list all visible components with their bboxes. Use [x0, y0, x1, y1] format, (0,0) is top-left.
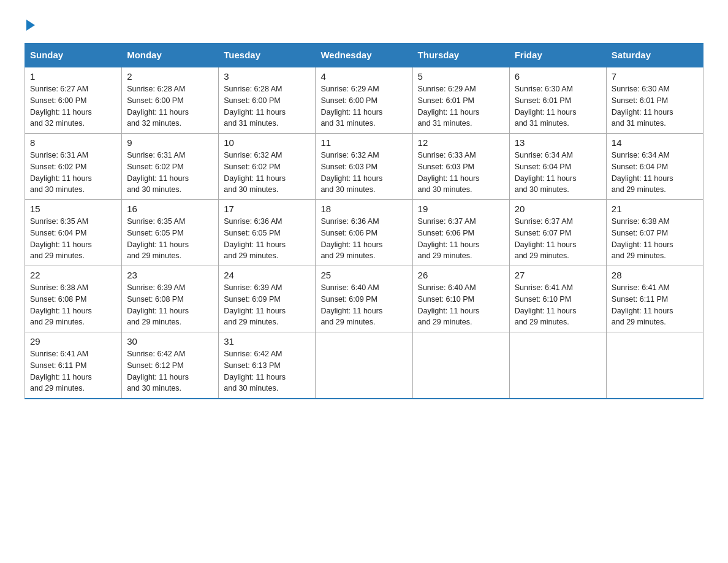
day-info: Sunrise: 6:41 AMSunset: 6:11 PMDaylight:… [612, 283, 673, 326]
day-info: Sunrise: 6:28 AMSunset: 6:00 PMDaylight:… [224, 85, 286, 128]
day-number: 16 [127, 204, 213, 214]
calendar-cell: 31Sunrise: 6:42 AMSunset: 6:13 PMDayligh… [219, 332, 316, 399]
day-number: 22 [30, 270, 116, 280]
day-number: 1 [30, 71, 116, 82]
day-number: 24 [224, 270, 310, 280]
calendar-cell [316, 332, 412, 399]
page-header [25, 18, 703, 31]
day-number: 5 [418, 71, 504, 82]
calendar-cell: 10Sunrise: 6:32 AMSunset: 6:02 PMDayligh… [219, 134, 316, 200]
day-info: Sunrise: 6:41 AMSunset: 6:10 PMDaylight:… [515, 283, 577, 326]
calendar-cell: 5Sunrise: 6:29 AMSunset: 6:01 PMDaylight… [412, 67, 509, 134]
day-info: Sunrise: 6:39 AMSunset: 6:09 PMDaylight:… [224, 283, 286, 326]
day-number: 10 [224, 137, 310, 148]
calendar-cell: 9Sunrise: 6:31 AMSunset: 6:02 PMDaylight… [122, 134, 219, 200]
calendar-cell [606, 332, 703, 399]
day-info: Sunrise: 6:32 AMSunset: 6:02 PMDaylight:… [224, 151, 286, 194]
day-info: Sunrise: 6:36 AMSunset: 6:06 PMDaylight:… [320, 217, 382, 260]
day-number: 20 [515, 204, 601, 214]
calendar-week-row: 29Sunrise: 6:41 AMSunset: 6:11 PMDayligh… [25, 332, 703, 399]
day-number: 25 [320, 270, 407, 280]
calendar-cell: 6Sunrise: 6:30 AMSunset: 6:01 PMDaylight… [509, 67, 606, 134]
day-info: Sunrise: 6:35 AMSunset: 6:04 PMDaylight:… [30, 217, 92, 260]
column-header-friday: Friday [509, 44, 606, 67]
calendar-cell: 12Sunrise: 6:33 AMSunset: 6:03 PMDayligh… [412, 134, 509, 200]
calendar-cell: 23Sunrise: 6:39 AMSunset: 6:08 PMDayligh… [122, 266, 219, 332]
day-number: 15 [30, 204, 116, 214]
day-info: Sunrise: 6:33 AMSunset: 6:03 PMDaylight:… [418, 151, 480, 194]
day-info: Sunrise: 6:38 AMSunset: 6:07 PMDaylight:… [612, 217, 673, 260]
day-info: Sunrise: 6:35 AMSunset: 6:05 PMDaylight:… [127, 217, 189, 260]
day-info: Sunrise: 6:32 AMSunset: 6:03 PMDaylight:… [320, 151, 382, 194]
calendar-cell: 13Sunrise: 6:34 AMSunset: 6:04 PMDayligh… [509, 134, 606, 200]
day-number: 4 [320, 71, 407, 82]
day-number: 2 [127, 71, 213, 82]
logo [25, 18, 35, 31]
calendar-cell: 15Sunrise: 6:35 AMSunset: 6:04 PMDayligh… [25, 200, 122, 266]
calendar-cell: 25Sunrise: 6:40 AMSunset: 6:09 PMDayligh… [316, 266, 412, 332]
day-number: 7 [612, 71, 698, 82]
day-number: 26 [418, 270, 504, 280]
calendar-cell: 20Sunrise: 6:37 AMSunset: 6:07 PMDayligh… [509, 200, 606, 266]
calendar-cell: 29Sunrise: 6:41 AMSunset: 6:11 PMDayligh… [25, 332, 122, 399]
calendar-week-row: 15Sunrise: 6:35 AMSunset: 6:04 PMDayligh… [25, 200, 703, 266]
day-number: 6 [515, 71, 601, 82]
day-number: 14 [612, 137, 698, 148]
day-number: 12 [418, 137, 504, 148]
day-info: Sunrise: 6:34 AMSunset: 6:04 PMDaylight:… [612, 151, 673, 194]
column-header-wednesday: Wednesday [316, 44, 412, 67]
day-number: 31 [224, 336, 310, 347]
day-info: Sunrise: 6:28 AMSunset: 6:00 PMDaylight:… [127, 85, 189, 128]
day-info: Sunrise: 6:37 AMSunset: 6:06 PMDaylight:… [418, 217, 480, 260]
calendar-cell: 7Sunrise: 6:30 AMSunset: 6:01 PMDaylight… [606, 67, 703, 134]
calendar-cell: 19Sunrise: 6:37 AMSunset: 6:06 PMDayligh… [412, 200, 509, 266]
calendar-cell: 26Sunrise: 6:40 AMSunset: 6:10 PMDayligh… [412, 266, 509, 332]
day-number: 18 [320, 204, 407, 214]
day-info: Sunrise: 6:40 AMSunset: 6:10 PMDaylight:… [418, 283, 480, 326]
calendar-week-row: 22Sunrise: 6:38 AMSunset: 6:08 PMDayligh… [25, 266, 703, 332]
day-number: 30 [127, 336, 213, 347]
day-info: Sunrise: 6:38 AMSunset: 6:08 PMDaylight:… [30, 283, 92, 326]
day-number: 28 [612, 270, 698, 280]
calendar-cell [509, 332, 606, 399]
day-number: 8 [30, 137, 116, 148]
day-info: Sunrise: 6:41 AMSunset: 6:11 PMDaylight:… [30, 350, 92, 393]
day-number: 9 [127, 137, 213, 148]
day-number: 23 [127, 270, 213, 280]
day-info: Sunrise: 6:39 AMSunset: 6:08 PMDaylight:… [127, 283, 189, 326]
column-header-saturday: Saturday [606, 44, 703, 67]
day-info: Sunrise: 6:27 AMSunset: 6:00 PMDaylight:… [30, 85, 92, 128]
day-info: Sunrise: 6:34 AMSunset: 6:04 PMDaylight:… [515, 151, 577, 194]
calendar-table: SundayMondayTuesdayWednesdayThursdayFrid… [25, 43, 703, 399]
day-info: Sunrise: 6:40 AMSunset: 6:09 PMDaylight:… [320, 283, 382, 326]
day-info: Sunrise: 6:42 AMSunset: 6:12 PMDaylight:… [127, 350, 189, 393]
calendar-week-row: 1Sunrise: 6:27 AMSunset: 6:00 PMDaylight… [25, 67, 703, 134]
calendar-cell: 22Sunrise: 6:38 AMSunset: 6:08 PMDayligh… [25, 266, 122, 332]
day-info: Sunrise: 6:30 AMSunset: 6:01 PMDaylight:… [515, 85, 577, 128]
logo-arrow-icon [26, 20, 35, 31]
column-header-tuesday: Tuesday [219, 44, 316, 67]
calendar-cell: 28Sunrise: 6:41 AMSunset: 6:11 PMDayligh… [606, 266, 703, 332]
calendar-cell: 30Sunrise: 6:42 AMSunset: 6:12 PMDayligh… [122, 332, 219, 399]
column-header-sunday: Sunday [25, 44, 122, 67]
day-info: Sunrise: 6:30 AMSunset: 6:01 PMDaylight:… [612, 85, 673, 128]
day-info: Sunrise: 6:31 AMSunset: 6:02 PMDaylight:… [30, 151, 92, 194]
calendar-cell: 2Sunrise: 6:28 AMSunset: 6:00 PMDaylight… [122, 67, 219, 134]
day-number: 17 [224, 204, 310, 214]
day-info: Sunrise: 6:42 AMSunset: 6:13 PMDaylight:… [224, 350, 286, 393]
day-number: 29 [30, 336, 116, 347]
calendar-cell: 21Sunrise: 6:38 AMSunset: 6:07 PMDayligh… [606, 200, 703, 266]
calendar-cell: 8Sunrise: 6:31 AMSunset: 6:02 PMDaylight… [25, 134, 122, 200]
day-info: Sunrise: 6:36 AMSunset: 6:05 PMDaylight:… [224, 217, 286, 260]
calendar-cell: 4Sunrise: 6:29 AMSunset: 6:00 PMDaylight… [316, 67, 412, 134]
day-number: 19 [418, 204, 504, 214]
day-number: 27 [515, 270, 601, 280]
day-info: Sunrise: 6:37 AMSunset: 6:07 PMDaylight:… [515, 217, 577, 260]
calendar-cell [412, 332, 509, 399]
day-number: 11 [320, 137, 407, 148]
calendar-cell: 14Sunrise: 6:34 AMSunset: 6:04 PMDayligh… [606, 134, 703, 200]
calendar-cell: 16Sunrise: 6:35 AMSunset: 6:05 PMDayligh… [122, 200, 219, 266]
calendar-cell: 24Sunrise: 6:39 AMSunset: 6:09 PMDayligh… [219, 266, 316, 332]
day-number: 21 [612, 204, 698, 214]
day-number: 3 [224, 71, 310, 82]
